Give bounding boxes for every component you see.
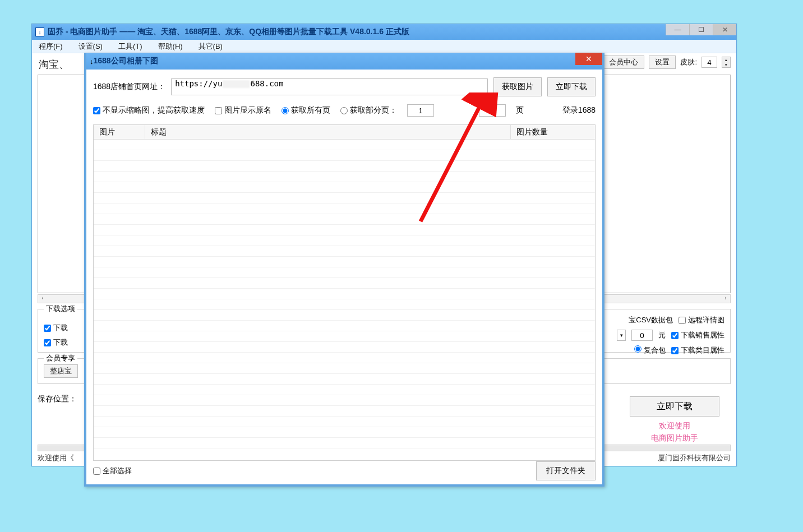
dialog-body: 1688店铺首页网址： https://yu688.com 获取图片 立即下载 … xyxy=(86,70,602,484)
table-row xyxy=(94,172,595,182)
menu-settings[interactable]: 设置(S) xyxy=(79,41,103,52)
table-row xyxy=(94,353,595,363)
table-row xyxy=(94,257,595,267)
table-row xyxy=(94,310,595,321)
no-thumbnail-check[interactable]: 不显示缩略图，提高获取速度 xyxy=(93,105,205,115)
table-row xyxy=(94,214,595,225)
chevron-up-icon[interactable]: ▴ xyxy=(722,57,730,62)
menu-other[interactable]: 其它(B) xyxy=(199,41,223,52)
right-action-group: 立即下载 欢迎使用 电商图片助手 xyxy=(619,393,731,443)
dialog-title: 1688公司相册下图 xyxy=(94,56,158,66)
url-input[interactable]: https://yu688.com xyxy=(171,78,488,95)
status-left: 欢迎使用《 xyxy=(38,453,74,463)
download-now-button[interactable]: 立即下载 xyxy=(630,396,719,417)
download-check-1[interactable]: 下载 xyxy=(44,323,68,333)
table-row xyxy=(94,182,595,193)
table-row xyxy=(94,161,595,172)
col-image[interactable]: 图片 xyxy=(94,125,145,139)
dropdown-icon[interactable]: ▾ xyxy=(617,330,626,341)
get-partial-pages-radio[interactable]: 获取部分页： xyxy=(340,105,397,115)
welcome-text-2: 电商图片助手 xyxy=(619,433,731,443)
table-row xyxy=(94,150,595,161)
url-row: 1688店铺首页网址： https://yu688.com 获取图片 立即下载 xyxy=(93,77,596,96)
dialog-close-button[interactable]: ✕ xyxy=(575,53,602,65)
url-suffix: 688.com xyxy=(250,79,283,88)
table-row xyxy=(94,203,595,214)
settings-button[interactable]: 设置 xyxy=(649,55,676,69)
table-row xyxy=(94,331,595,342)
chevron-down-icon[interactable]: ▾ xyxy=(722,62,730,67)
table-row xyxy=(94,363,595,374)
member-exclusive-legend: 会员专享 xyxy=(44,353,77,363)
yuan-label: 元 xyxy=(658,330,666,340)
table-row xyxy=(94,278,595,289)
dialog-titlebar: ↓ 1688公司相册下图 ✕ xyxy=(86,53,602,70)
options-row: 不显示缩略图，提高获取速度 图片显示原名 获取所有页 获取部分页： 页 登录16… xyxy=(93,104,596,117)
dialog-footer: 全部选择 打开文件夹 xyxy=(93,461,596,481)
table-row xyxy=(94,438,595,448)
show-original-name-check[interactable]: 图片显示原名 xyxy=(215,105,271,115)
main-title: 固乔 - 电商图片助手 —— 淘宝、天猫、1688阿里、京东、QQ相册等图片批量… xyxy=(48,27,409,37)
url-label: 1688店铺首页网址： xyxy=(93,82,165,92)
table-row xyxy=(94,321,595,331)
menu-program[interactable]: 程序(F) xyxy=(39,41,63,52)
top-right-controls: 会员中心 设置 皮肤: ▴▾ xyxy=(603,55,731,69)
login-1688-link[interactable]: 登录1688 xyxy=(562,105,596,115)
close-button[interactable]: ✕ xyxy=(713,24,736,35)
table-row xyxy=(94,342,595,353)
table-row xyxy=(94,193,595,203)
page-from-input[interactable] xyxy=(407,104,434,117)
welcome-text-1: 欢迎使用 xyxy=(619,421,731,431)
page-to-input[interactable] xyxy=(479,104,506,117)
skin-value-input[interactable] xyxy=(702,57,717,68)
table-row xyxy=(94,289,595,299)
dl-cat-attr-check[interactable]: 下载类目属性 xyxy=(671,345,724,355)
table-row xyxy=(94,427,595,438)
dl-sales-attr-check[interactable]: 下载销售属性 xyxy=(671,330,724,340)
window-buttons: — ☐ ✕ xyxy=(666,24,736,35)
menu-tools[interactable]: 工具(T) xyxy=(118,41,142,52)
scroll-left-icon[interactable]: ‹ xyxy=(38,295,47,303)
grid-rows xyxy=(94,140,595,448)
scroll-right-icon[interactable]: › xyxy=(721,295,730,303)
table-row xyxy=(94,267,595,278)
get-all-pages-radio[interactable]: 获取所有页 xyxy=(281,105,330,115)
table-row xyxy=(94,374,595,385)
remote-detail-check[interactable]: 远程详情图 xyxy=(679,315,724,325)
table-row xyxy=(94,140,595,150)
table-row xyxy=(94,299,595,310)
maximize-button[interactable]: ☐ xyxy=(689,24,713,35)
download-check-2[interactable]: 下载 xyxy=(44,337,68,348)
dialog-1688-album: ↓ 1688公司相册下图 ✕ 1688店铺首页网址： https://yu688… xyxy=(84,53,604,487)
url-prefix: https://yu xyxy=(175,79,222,88)
skin-stepper[interactable]: ▴▾ xyxy=(722,57,731,68)
table-row xyxy=(94,406,595,417)
result-grid: 图片 标题 图片数量 xyxy=(93,124,596,461)
grid-header: 图片 标题 图片数量 xyxy=(94,125,595,140)
csv-data-pack-label: 宝CSV数据包 xyxy=(629,315,673,325)
dialog-download-now-button[interactable]: 立即下载 xyxy=(547,77,596,96)
table-row xyxy=(94,235,595,246)
price-input[interactable] xyxy=(631,330,653,341)
app-icon: ↓ xyxy=(35,27,44,36)
download-options-legend: 下载选项 xyxy=(44,304,77,314)
member-center-button[interactable]: 会员中心 xyxy=(603,55,644,69)
table-row xyxy=(94,246,595,257)
table-row xyxy=(94,417,595,427)
page-unit-label: 页 xyxy=(516,105,524,115)
minimize-button[interactable]: — xyxy=(666,24,689,35)
get-images-button[interactable]: 获取图片 xyxy=(493,77,542,96)
url-blurred-segment xyxy=(223,80,250,88)
whole-shop-button[interactable]: 整店宝 xyxy=(44,364,78,378)
menu-help[interactable]: 帮助(H) xyxy=(158,41,183,52)
open-folder-button[interactable]: 打开文件夹 xyxy=(536,461,596,480)
table-row xyxy=(94,225,595,235)
main-titlebar: ↓ 固乔 - 电商图片助手 —— 淘宝、天猫、1688阿里、京东、QQ相册等图片… xyxy=(32,24,736,40)
col-count[interactable]: 图片数量 xyxy=(511,125,595,139)
table-row xyxy=(94,385,595,395)
status-right: 厦门固乔科技有限公司 xyxy=(658,453,731,463)
col-title[interactable]: 标题 xyxy=(145,125,511,139)
menubar: 程序(F) 设置(S) 工具(T) 帮助(H) 其它(B) xyxy=(32,40,736,53)
select-all-check[interactable]: 全部选择 xyxy=(93,466,132,476)
composite-pkg-radio[interactable]: 复合包 xyxy=(634,345,666,355)
